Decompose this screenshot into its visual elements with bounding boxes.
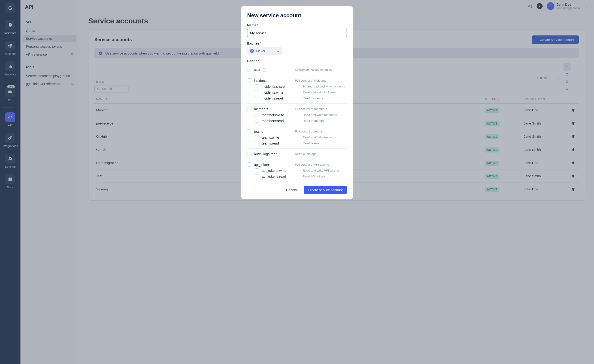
scope-scan: scan? Secrets detection capability: [247, 67, 347, 73]
scope-desc: Full control of API tokens: [295, 163, 347, 166]
checkbox-scan[interactable]: [247, 68, 251, 72]
scope-members-write: members:write Read and write members: [247, 112, 347, 118]
scope-incidents-share: incidents:share Share, read and write in…: [247, 83, 347, 89]
scope-desc: Read and write members: [303, 113, 347, 117]
scope-name: incidents:read: [262, 96, 303, 100]
scope-name: scan?: [254, 68, 295, 72]
checkbox-incidents[interactable]: [247, 78, 251, 82]
checkbox-members-write[interactable]: [255, 113, 259, 117]
scope-name: incidents:write: [262, 90, 303, 94]
scope-members-read: members:read Read members: [247, 118, 347, 124]
scope-desc: Read API tokens: [303, 175, 347, 178]
checkbox-api_tokens-read[interactable]: [255, 174, 259, 178]
checkbox-audit_logs:read[interactable]: [247, 152, 251, 156]
scope-desc: Full control of members: [295, 107, 347, 111]
scope-name: teams: [254, 130, 295, 133]
scope-name: incidents:share: [262, 85, 303, 88]
checkbox-teams-read[interactable]: [255, 141, 259, 145]
checkbox-incidents-write[interactable]: [255, 90, 259, 94]
cancel-button[interactable]: Cancel: [282, 186, 301, 194]
scope-name: members:write: [262, 113, 303, 117]
modal-title: New service account: [247, 12, 347, 19]
scope-name: teams:write: [262, 135, 303, 139]
scope-desc: Share, read and write incidents: [303, 85, 347, 88]
scope-teams-write: teams:write Read and write teams: [247, 134, 347, 140]
scope-api_tokens: api_tokens Full control of API tokens: [247, 162, 347, 167]
submit-button[interactable]: Create service account: [304, 186, 347, 194]
scope-teams: teams Full control of teams: [247, 128, 347, 134]
scope-api_tokens-read: api_tokens:read Read API tokens: [247, 173, 347, 179]
scope-name: api_tokens:read: [262, 174, 303, 178]
scope-desc: Secrets detection capability: [295, 68, 347, 72]
checkbox-members-read[interactable]: [255, 119, 259, 123]
check-icon: ✓: [250, 49, 254, 53]
scope-incidents-read: incidents:read Read incidents: [247, 95, 347, 101]
scope-incidents: incidents Full control of incidents: [247, 78, 347, 83]
checkbox-api_tokens-write[interactable]: [255, 168, 259, 172]
scope-desc: Read and write API tokens: [303, 169, 347, 172]
scope-name: members:read: [262, 119, 303, 123]
scope-members: members Full control of members: [247, 106, 347, 112]
scope-api_tokens-write: api_tokens:write Read and write API toke…: [247, 167, 347, 173]
scope-name: members: [254, 107, 295, 111]
scope-desc: Full control of incidents: [295, 79, 347, 82]
scope-name: api_tokens: [254, 163, 295, 166]
scope-teams-read: teams:read Read teams: [247, 140, 347, 146]
scope-label: Scope*: [247, 59, 347, 63]
checkbox-teams-write[interactable]: [255, 135, 259, 139]
new-service-account-modal: New service account Name* Expires* ✓ Nev…: [241, 6, 353, 199]
help-icon[interactable]: ?: [263, 68, 266, 72]
checkbox-incidents-share[interactable]: [255, 84, 259, 88]
scope-desc: Read audit logs: [295, 152, 347, 156]
scope-desc: Read members: [303, 119, 347, 122]
expires-value: Never: [256, 49, 265, 53]
scope-desc: Read teams: [303, 142, 347, 145]
scope-incidents-write: incidents:write Read and write incidents: [247, 89, 347, 95]
chevron-down-icon: ⌄: [277, 49, 280, 53]
scope-name: audit_logs:read: [254, 152, 295, 156]
scope-name: incidents: [254, 79, 295, 82]
modal-overlay[interactable]: New service account Name* Expires* ✓ Nev…: [0, 0, 594, 364]
expires-select[interactable]: ✓ Never ⌄: [247, 47, 283, 55]
scope-desc: Full control of teams: [295, 130, 347, 133]
expires-label: Expires*: [247, 41, 347, 45]
checkbox-incidents-read[interactable]: [255, 96, 259, 100]
scope-name: teams:read: [262, 141, 303, 145]
scope-audit_logs:read: audit_logs:read Read audit logs: [247, 151, 347, 157]
checkbox-members[interactable]: [247, 107, 251, 111]
name-label: Name*: [247, 23, 347, 27]
checkbox-teams[interactable]: [247, 129, 251, 133]
scope-desc: Read and write incidents: [303, 91, 347, 94]
scope-desc: Read incidents: [303, 97, 347, 100]
scope-name: api_tokens:write: [262, 169, 303, 172]
name-input[interactable]: [247, 29, 347, 37]
checkbox-api_tokens[interactable]: [247, 162, 251, 166]
scope-desc: Read and write teams: [303, 136, 347, 139]
